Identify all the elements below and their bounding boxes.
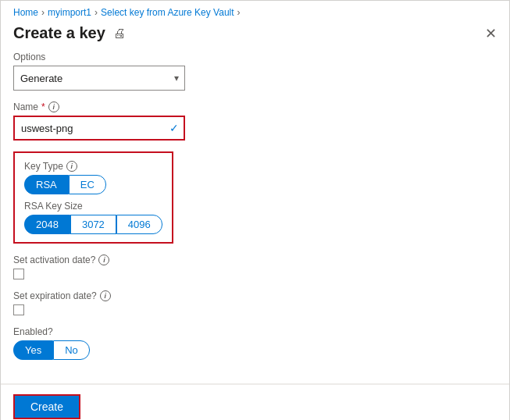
breadcrumb-sep-2: ›	[95, 7, 98, 18]
modal-header: Create a key 🖨 ✕	[1, 18, 509, 52]
activation-date-info-icon[interactable]: i	[98, 254, 109, 265]
expiration-date-checkbox[interactable]	[13, 304, 24, 315]
options-select[interactable]: Generate Import Restore from backup	[13, 66, 185, 91]
name-field-group: Name * i ✓	[13, 101, 497, 141]
options-field-group: Options Generate Import Restore from bac…	[13, 52, 497, 91]
size-3072-button[interactable]: 3072	[70, 215, 116, 234]
expiration-date-field-group: Set expiration date? i	[13, 290, 497, 315]
key-type-field-group: Key Type i RSA EC	[24, 161, 162, 194]
activation-date-field-group: Set activation date? i	[13, 254, 497, 279]
enabled-field-group: Enabled? Yes No	[13, 326, 497, 360]
breadcrumb-sep-1: ›	[41, 7, 45, 18]
activation-date-checkbox[interactable]	[13, 269, 24, 279]
rsa-key-size-label: RSA Key Size	[24, 201, 162, 212]
breadcrumb: Home › myimport1 › Select key from Azure…	[1, 1, 509, 18]
expiration-date-label: Set expiration date? i	[13, 290, 497, 301]
name-label: Name * i	[13, 101, 497, 112]
size-2048-button[interactable]: 2048	[24, 215, 70, 234]
breadcrumb-sep-3: ›	[237, 7, 241, 18]
name-input[interactable]	[13, 116, 185, 141]
enabled-toggle-group: Yes No	[13, 340, 497, 360]
rsa-key-size-field-group: RSA Key Size 2048 3072 4096	[24, 201, 162, 234]
modal-footer: Create	[1, 384, 509, 420]
breadcrumb-select-key[interactable]: Select key from Azure Key Vault	[101, 7, 234, 18]
expiration-date-checkbox-group	[13, 304, 497, 315]
size-4096-button[interactable]: 4096	[116, 215, 162, 234]
key-type-rsa-button[interactable]: RSA	[24, 175, 69, 194]
create-button[interactable]: Create	[13, 394, 80, 419]
rsa-key-size-toggle-group: 2048 3072 4096	[24, 215, 162, 234]
name-input-wrapper: ✓	[13, 116, 185, 141]
enabled-no-button[interactable]: No	[53, 340, 90, 360]
close-icon[interactable]: ✕	[485, 25, 497, 42]
key-type-label: Key Type i	[24, 161, 162, 172]
key-type-info-icon[interactable]: i	[66, 161, 77, 172]
modal-container: Home › myimport1 › Select key from Azure…	[0, 0, 510, 420]
name-info-icon[interactable]: i	[48, 101, 59, 112]
breadcrumb-myimport[interactable]: myimport1	[48, 7, 91, 18]
page-title: Create a key	[13, 24, 105, 42]
header-left: Create a key 🖨	[13, 24, 126, 42]
required-indicator: *	[41, 101, 45, 112]
activation-date-label: Set activation date? i	[13, 254, 497, 265]
key-type-section: Key Type i RSA EC RSA Key Size 2048 3072…	[13, 151, 173, 244]
breadcrumb-home[interactable]: Home	[13, 7, 38, 18]
expiration-date-info-icon[interactable]: i	[100, 290, 111, 301]
print-icon[interactable]: 🖨	[113, 27, 126, 41]
key-type-toggle-group: RSA EC	[24, 175, 162, 194]
checkmark-icon: ✓	[169, 122, 179, 134]
activation-date-checkbox-group	[13, 269, 497, 279]
enabled-yes-button[interactable]: Yes	[13, 340, 53, 360]
options-label: Options	[13, 52, 497, 62]
enabled-label: Enabled?	[13, 326, 497, 337]
options-select-wrapper: Generate Import Restore from backup ▾	[13, 66, 185, 91]
key-type-ec-button[interactable]: EC	[69, 175, 106, 194]
modal-body: Options Generate Import Restore from bac…	[1, 52, 509, 383]
